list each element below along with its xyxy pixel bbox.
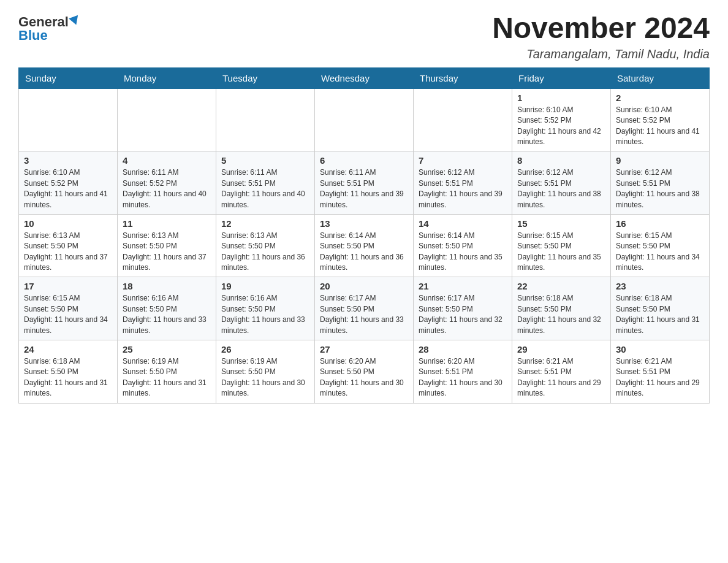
calendar-cell: 10Sunrise: 6:13 AM Sunset: 5:50 PM Dayli… [19, 214, 118, 277]
day-info: Sunrise: 6:16 AM Sunset: 5:50 PM Dayligh… [123, 293, 211, 336]
day-number: 16 [616, 218, 704, 229]
day-info: Sunrise: 6:19 AM Sunset: 5:50 PM Dayligh… [123, 356, 211, 399]
weekday-header-monday: Monday [118, 67, 216, 88]
weekday-header-wednesday: Wednesday [315, 67, 414, 88]
day-number: 5 [221, 155, 309, 166]
calendar-cell: 18Sunrise: 6:16 AM Sunset: 5:50 PM Dayli… [118, 277, 216, 340]
day-info: Sunrise: 6:14 AM Sunset: 5:50 PM Dayligh… [419, 231, 507, 274]
day-number: 28 [419, 344, 507, 354]
calendar-cell [19, 88, 118, 151]
day-info: Sunrise: 6:11 AM Sunset: 5:51 PM Dayligh… [221, 167, 309, 210]
weekday-header-tuesday: Tuesday [216, 67, 315, 88]
logo-triangle-icon [69, 15, 81, 27]
calendar-cell: 23Sunrise: 6:18 AM Sunset: 5:50 PM Dayli… [611, 277, 710, 340]
day-info: Sunrise: 6:16 AM Sunset: 5:50 PM Dayligh… [221, 293, 309, 336]
week-row-4: 17Sunrise: 6:15 AM Sunset: 5:50 PM Dayli… [19, 277, 710, 340]
calendar-cell: 1Sunrise: 6:10 AM Sunset: 5:52 PM Daylig… [512, 88, 611, 151]
day-info: Sunrise: 6:12 AM Sunset: 5:51 PM Dayligh… [616, 167, 704, 210]
day-info: Sunrise: 6:17 AM Sunset: 5:50 PM Dayligh… [419, 293, 507, 336]
day-number: 27 [320, 344, 408, 354]
day-number: 24 [24, 344, 112, 354]
calendar-cell: 4Sunrise: 6:11 AM Sunset: 5:52 PM Daylig… [118, 151, 216, 215]
day-info: Sunrise: 6:13 AM Sunset: 5:50 PM Dayligh… [24, 231, 112, 274]
day-info: Sunrise: 6:18 AM Sunset: 5:50 PM Dayligh… [616, 293, 704, 336]
calendar-cell: 11Sunrise: 6:13 AM Sunset: 5:50 PM Dayli… [118, 214, 216, 277]
calendar-cell: 7Sunrise: 6:12 AM Sunset: 5:51 PM Daylig… [414, 151, 512, 215]
day-number: 14 [419, 218, 507, 229]
day-info: Sunrise: 6:15 AM Sunset: 5:50 PM Dayligh… [24, 293, 112, 336]
calendar-cell: 5Sunrise: 6:11 AM Sunset: 5:51 PM Daylig… [216, 151, 315, 215]
day-info: Sunrise: 6:10 AM Sunset: 5:52 PM Dayligh… [517, 105, 605, 148]
day-info: Sunrise: 6:13 AM Sunset: 5:50 PM Dayligh… [221, 231, 309, 274]
day-number: 22 [517, 281, 605, 291]
day-info: Sunrise: 6:14 AM Sunset: 5:50 PM Dayligh… [320, 231, 408, 274]
day-number: 8 [517, 155, 605, 166]
calendar-cell: 26Sunrise: 6:19 AM Sunset: 5:50 PM Dayli… [216, 340, 315, 404]
day-info: Sunrise: 6:20 AM Sunset: 5:51 PM Dayligh… [419, 356, 507, 399]
day-number: 26 [221, 344, 309, 354]
day-number: 25 [123, 344, 211, 354]
day-info: Sunrise: 6:15 AM Sunset: 5:50 PM Dayligh… [517, 231, 605, 274]
calendar-cell: 21Sunrise: 6:17 AM Sunset: 5:50 PM Dayli… [414, 277, 512, 340]
day-info: Sunrise: 6:10 AM Sunset: 5:52 PM Dayligh… [616, 105, 704, 148]
calendar-cell [414, 88, 512, 151]
calendar-cell: 24Sunrise: 6:18 AM Sunset: 5:50 PM Dayli… [19, 340, 118, 404]
day-number: 17 [24, 281, 112, 291]
day-info: Sunrise: 6:20 AM Sunset: 5:50 PM Dayligh… [320, 356, 408, 399]
calendar-cell: 8Sunrise: 6:12 AM Sunset: 5:51 PM Daylig… [512, 151, 611, 215]
calendar-cell [216, 88, 315, 151]
weekday-header-saturday: Saturday [611, 67, 710, 88]
day-info: Sunrise: 6:12 AM Sunset: 5:51 PM Dayligh… [419, 167, 507, 210]
day-number: 2 [616, 93, 704, 103]
weekday-header-row: SundayMondayTuesdayWednesdayThursdayFrid… [19, 67, 710, 88]
calendar-cell [118, 88, 216, 151]
day-number: 4 [123, 155, 211, 166]
weekday-header-thursday: Thursday [414, 67, 512, 88]
day-info: Sunrise: 6:15 AM Sunset: 5:50 PM Dayligh… [616, 231, 704, 274]
calendar-cell: 30Sunrise: 6:21 AM Sunset: 5:51 PM Dayli… [611, 340, 710, 404]
day-number: 12 [221, 218, 309, 229]
title-area: November 2024 Taramangalam, Tamil Nadu, … [492, 12, 710, 61]
calendar-cell: 29Sunrise: 6:21 AM Sunset: 5:51 PM Dayli… [512, 340, 611, 404]
day-number: 6 [320, 155, 408, 166]
logo-blue-text: Blue [18, 29, 48, 42]
calendar-cell: 2Sunrise: 6:10 AM Sunset: 5:52 PM Daylig… [611, 88, 710, 151]
day-number: 23 [616, 281, 704, 291]
day-info: Sunrise: 6:11 AM Sunset: 5:52 PM Dayligh… [123, 167, 211, 210]
day-number: 18 [123, 281, 211, 291]
logo: General Blue [18, 12, 80, 42]
calendar-cell: 13Sunrise: 6:14 AM Sunset: 5:50 PM Dayli… [315, 214, 414, 277]
location-title: Taramangalam, Tamil Nadu, India [492, 47, 710, 61]
calendar-cell: 28Sunrise: 6:20 AM Sunset: 5:51 PM Dayli… [414, 340, 512, 404]
calendar-cell: 27Sunrise: 6:20 AM Sunset: 5:50 PM Dayli… [315, 340, 414, 404]
day-info: Sunrise: 6:12 AM Sunset: 5:51 PM Dayligh… [517, 167, 605, 210]
day-number: 13 [320, 218, 408, 229]
day-number: 3 [24, 155, 112, 166]
day-info: Sunrise: 6:10 AM Sunset: 5:52 PM Dayligh… [24, 167, 112, 210]
day-number: 10 [24, 218, 112, 229]
day-info: Sunrise: 6:18 AM Sunset: 5:50 PM Dayligh… [24, 356, 112, 399]
header: General Blue November 2024 Taramangalam,… [18, 12, 710, 61]
day-number: 21 [419, 281, 507, 291]
day-number: 19 [221, 281, 309, 291]
day-number: 7 [419, 155, 507, 166]
day-number: 20 [320, 281, 408, 291]
day-number: 30 [616, 344, 704, 354]
calendar-cell: 14Sunrise: 6:14 AM Sunset: 5:50 PM Dayli… [414, 214, 512, 277]
week-row-3: 10Sunrise: 6:13 AM Sunset: 5:50 PM Dayli… [19, 214, 710, 277]
day-info: Sunrise: 6:18 AM Sunset: 5:50 PM Dayligh… [517, 293, 605, 336]
calendar-cell: 20Sunrise: 6:17 AM Sunset: 5:50 PM Dayli… [315, 277, 414, 340]
day-info: Sunrise: 6:11 AM Sunset: 5:51 PM Dayligh… [320, 167, 408, 210]
calendar-cell: 19Sunrise: 6:16 AM Sunset: 5:50 PM Dayli… [216, 277, 315, 340]
calendar-cell: 22Sunrise: 6:18 AM Sunset: 5:50 PM Dayli… [512, 277, 611, 340]
calendar-cell: 12Sunrise: 6:13 AM Sunset: 5:50 PM Dayli… [216, 214, 315, 277]
week-row-2: 3Sunrise: 6:10 AM Sunset: 5:52 PM Daylig… [19, 151, 710, 215]
day-number: 15 [517, 218, 605, 229]
calendar-cell: 25Sunrise: 6:19 AM Sunset: 5:50 PM Dayli… [118, 340, 216, 404]
calendar-cell: 15Sunrise: 6:15 AM Sunset: 5:50 PM Dayli… [512, 214, 611, 277]
calendar-cell [315, 88, 414, 151]
weekday-header-sunday: Sunday [19, 67, 118, 88]
calendar-cell: 9Sunrise: 6:12 AM Sunset: 5:51 PM Daylig… [611, 151, 710, 215]
week-row-1: 1Sunrise: 6:10 AM Sunset: 5:52 PM Daylig… [19, 88, 710, 151]
calendar-cell: 3Sunrise: 6:10 AM Sunset: 5:52 PM Daylig… [19, 151, 118, 215]
